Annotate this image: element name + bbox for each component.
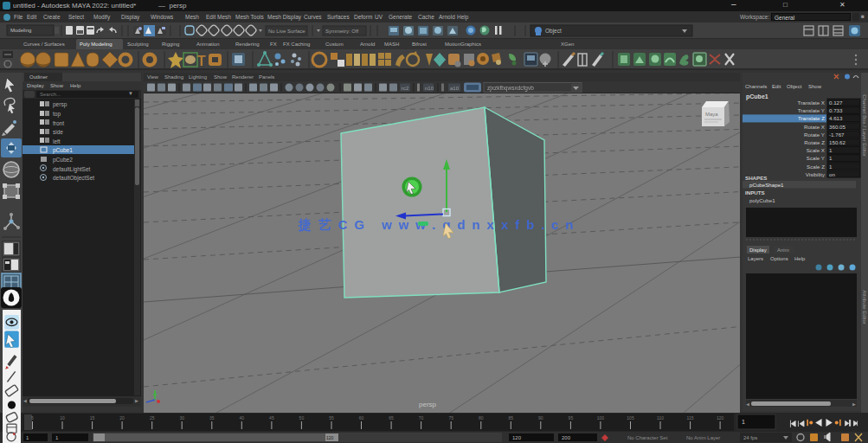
- svg-text:Translate X: Translate X: [798, 100, 825, 106]
- svg-text:rc2: rc2: [402, 86, 409, 91]
- svg-text:75: 75: [448, 415, 453, 421]
- svg-text:side: side: [53, 129, 63, 135]
- svg-text:45: 45: [269, 415, 274, 421]
- svg-text:95: 95: [569, 415, 574, 421]
- svg-text:120: 120: [717, 415, 724, 421]
- svg-text:top: top: [53, 111, 61, 118]
- svg-text:30: 30: [179, 415, 184, 421]
- svg-text:Show: Show: [808, 84, 822, 89]
- svg-text:Translate Z: Translate Z: [798, 115, 825, 121]
- svg-text:T: T: [197, 54, 206, 68]
- svg-text:Edit: Edit: [772, 84, 781, 89]
- svg-text:No Character Set: No Character Set: [627, 435, 668, 440]
- svg-text:-1.767: -1.767: [829, 132, 845, 138]
- svg-text:90: 90: [538, 415, 543, 421]
- svg-text:pCube1: pCube1: [746, 93, 768, 100]
- svg-text:120: 120: [512, 435, 522, 440]
- svg-text:polyCube1: polyCube1: [749, 197, 775, 203]
- svg-text:0.127: 0.127: [829, 100, 843, 106]
- svg-text:Options: Options: [770, 256, 788, 261]
- svg-text:115: 115: [687, 415, 694, 421]
- svg-text:Symmetry: Off: Symmetry: Off: [325, 29, 359, 34]
- svg-text:Modeling: Modeling: [10, 28, 31, 33]
- svg-text:◀: ◀: [746, 401, 749, 407]
- svg-text:pCubeShape1: pCubeShape1: [749, 182, 784, 188]
- svg-text:Visibility: Visibility: [806, 171, 826, 177]
- svg-text:Help: Help: [794, 256, 806, 261]
- svg-text:25: 25: [150, 415, 155, 421]
- svg-text:5: 5: [31, 415, 34, 421]
- svg-text:No Live Surface: No Live Surface: [268, 29, 305, 34]
- svg-text:50: 50: [299, 415, 305, 421]
- svg-text:24 fps: 24 fps: [743, 435, 757, 440]
- svg-text:Rotate Y: Rotate Y: [804, 132, 825, 138]
- svg-text:15: 15: [90, 415, 95, 421]
- svg-text:Maya: Maya: [705, 112, 718, 117]
- svg-text:left: left: [53, 138, 61, 144]
- svg-text:40: 40: [240, 415, 245, 421]
- svg-text:150.62: 150.62: [829, 139, 845, 145]
- svg-text:Rotate Z: Rotate Z: [804, 139, 825, 145]
- svg-text:捷艺CG www.qdnxxfb.cn: 捷艺CG www.qdnxxfb.cn: [298, 217, 580, 232]
- svg-text:70: 70: [419, 415, 424, 421]
- svg-text:65: 65: [389, 415, 394, 421]
- svg-text:20: 20: [119, 415, 125, 421]
- svg-text:0.733: 0.733: [829, 107, 843, 113]
- svg-text:Scale X: Scale X: [807, 147, 825, 153]
- svg-text:1: 1: [829, 155, 833, 161]
- svg-text:SHAPES: SHAPES: [745, 175, 767, 181]
- svg-text:INPUTS: INPUTS: [745, 189, 765, 196]
- svg-text:55: 55: [329, 415, 334, 421]
- svg-text:Scale Y: Scale Y: [807, 155, 825, 161]
- svg-text:1: 1: [829, 147, 833, 153]
- svg-text:85: 85: [509, 415, 514, 421]
- svg-text:Object: Object: [787, 84, 802, 89]
- svg-text:1: 1: [829, 164, 833, 170]
- svg-text:Display: Display: [749, 247, 767, 253]
- svg-text:10: 10: [60, 415, 65, 421]
- svg-text:defaultObjectSet: defaultObjectSet: [53, 175, 94, 182]
- svg-text:Translate Y: Translate Y: [798, 107, 825, 113]
- svg-text:105: 105: [627, 415, 634, 421]
- svg-text:4.613: 4.613: [829, 115, 843, 121]
- svg-text:360.05: 360.05: [829, 124, 845, 130]
- svg-text:Object: Object: [545, 28, 562, 35]
- svg-text:front: front: [53, 120, 64, 126]
- svg-text:1: 1: [742, 419, 745, 425]
- svg-text:No Anim Layer: No Anim Layer: [686, 435, 720, 440]
- svg-text:n10: n10: [425, 86, 434, 91]
- svg-text:defaultLightSet: defaultLightSet: [53, 166, 91, 173]
- svg-text:pCube2: pCube2: [53, 157, 73, 164]
- svg-text:▶: ▶: [852, 401, 856, 407]
- svg-text:Anim: Anim: [777, 247, 789, 253]
- svg-text:Channels: Channels: [745, 84, 767, 89]
- svg-text:Scale Z: Scale Z: [807, 164, 825, 170]
- svg-text:120: 120: [326, 435, 334, 440]
- svg-text:a10: a10: [450, 86, 460, 91]
- svg-text:on: on: [829, 171, 835, 177]
- svg-text:persp: persp: [419, 401, 437, 408]
- svg-text:Layers: Layers: [748, 256, 763, 261]
- svg-text:100: 100: [597, 415, 605, 421]
- svg-text:persp: persp: [53, 101, 68, 108]
- svg-text:80: 80: [479, 415, 484, 421]
- svg-text:110: 110: [657, 415, 664, 421]
- svg-text:Rotate X: Rotate X: [804, 124, 825, 130]
- svg-text:200: 200: [562, 435, 571, 440]
- svg-text:pCube1: pCube1: [53, 147, 73, 154]
- svg-text:60: 60: [359, 415, 364, 421]
- svg-text:35: 35: [209, 415, 215, 421]
- svg-text:zjxzkfbqwsxdcfgvb: zjxzkfbqwsxdcfgvb: [487, 85, 534, 92]
